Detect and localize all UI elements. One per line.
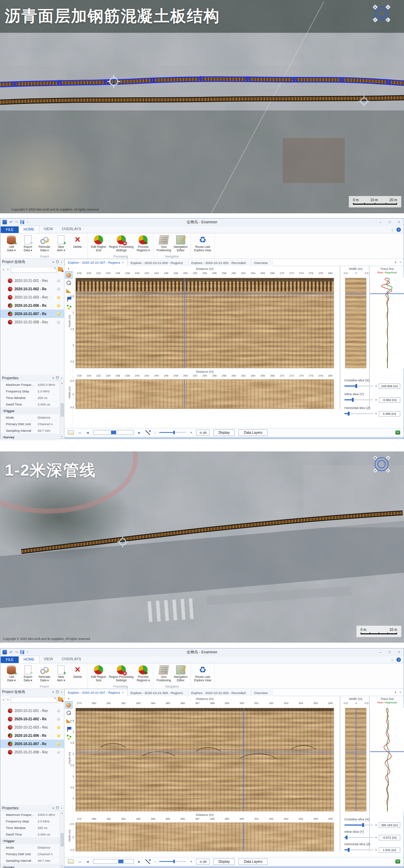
slice-value[interactable]: 390.193 (m) [379,822,400,828]
property-row[interactable]: Maximum Freque...1000.0 MHz [0,811,60,818]
project-search-input[interactable] [11,267,57,273]
strip-collapse-icon[interactable]: ▲ [64,266,73,271]
swap-view-icon[interactable]: ⇔ [78,430,82,435]
radargram-bscan[interactable] [75,278,334,368]
save-icon[interactable] [20,650,24,654]
visibility-bulb-icon[interactable] [57,279,60,282]
ribbon-button[interactable]: ProcessRegions ▾ [135,234,151,253]
slice-slider[interactable] [344,837,373,838]
slice-value[interactable]: -0.572 (m) [379,835,400,840]
properties-scrollbar[interactable]: ▲ ▼ [60,381,64,439]
measure-tool-icon[interactable] [65,287,72,294]
pan-right-icon[interactable]: ► [138,859,141,864]
document-tab[interactable]: Overview [251,260,273,266]
visibility-bulb-icon[interactable] [57,734,60,737]
property-row[interactable]: Trigger [0,408,60,414]
tab-file[interactable]: FILE [1,226,19,233]
pin-icon[interactable] [56,807,59,809]
ribbon-button[interactable]: GeoPositioning [155,234,172,253]
visibility-bulb-icon[interactable] [57,742,60,745]
slice-slider[interactable] [344,399,373,400]
slider-thumb[interactable] [355,384,357,388]
expand-all-icon[interactable]: ▼ [6,699,10,701]
tab-close-icon[interactable]: × [122,691,124,694]
slider-thumb[interactable] [362,823,364,827]
qat-dropdown-icon[interactable]: ▾ [27,650,28,654]
visibility-bulb-icon[interactable] [57,321,60,324]
document-tab[interactable]: Explore - 2020-10-21-002 - Recorded [188,690,251,696]
display-button[interactable]: Display [213,858,235,865]
ribbon-button[interactable]: NavigationEditor [172,664,189,683]
minimize-button[interactable]: – [376,648,385,656]
ribbon-button[interactable]: Delete [69,664,86,683]
visibility-bulb-icon[interactable] [57,718,60,721]
document-tab[interactable]: Explore - 2020-10-21-006 - Region1 [128,260,188,266]
gain-value[interactable]: -9 dB [196,430,210,436]
property-row[interactable]: Survey [0,434,60,440]
ribbon-button[interactable]: ProcessRegions ▾ [135,664,151,683]
tab-file[interactable]: FILE [1,656,19,663]
project-item[interactable]: 2020-10-21-007 - Rx [0,310,64,318]
collapse-all-icon[interactable]: ▲ [2,269,5,271]
undo-icon[interactable]: ↶ [9,650,12,654]
project-item[interactable]: 2020-10-21-003 - Rec [0,293,64,301]
properties-scrollbar[interactable]: ▲ ▼ [60,811,64,868]
property-row[interactable]: Time Window250 ns [0,825,60,831]
ribbon-button[interactable]: AddData ▾ [3,664,20,683]
scroll-down-icon[interactable]: ▼ [61,436,63,438]
property-row[interactable]: Maximum Freque...1000.0 MHz [0,381,60,388]
ribbon-button[interactable]: AddData ▾ [3,234,20,253]
gain-slider-thumb[interactable] [173,431,175,434]
close-button[interactable]: × [394,648,404,656]
ribbon-button[interactable]: ExportData ▾ [20,664,36,683]
ribbon-button[interactable]: Region ProcessingSettings [108,234,135,253]
sphere-tool-icon[interactable] [65,271,72,279]
ribbon-button[interactable]: Delete [69,234,86,253]
panel-close-icon[interactable]: × [61,691,62,694]
trace-line-panel[interactable] [370,278,404,368]
project-item[interactable]: 2020-10-21-002 - Rx [0,715,64,723]
qat-dropdown-icon[interactable]: ▾ [27,220,28,224]
clear-search-icon[interactable]: × [54,266,56,270]
property-row[interactable]: Time Window250 ns [0,394,60,401]
property-row[interactable]: ModeDistance [0,414,60,421]
tab-list-icon[interactable]: ▾ [395,261,396,264]
slider-thumb[interactable] [348,848,350,852]
sphere-tool-icon[interactable] [65,701,72,709]
maximize-button[interactable]: □ [385,218,394,226]
visibility-bulb-icon[interactable] [57,751,60,754]
property-row[interactable]: ModeDistance [0,844,60,851]
slice-value[interactable]: -0.082 (m) [379,397,400,403]
pan-right-icon[interactable]: ► [138,430,141,435]
property-row[interactable]: Trigger [0,838,60,844]
tab-close-all-icon[interactable]: × [400,691,401,694]
crossline-slice-strip[interactable] [345,708,366,811]
project-item[interactable]: 2020-10-21-002 - Rx [0,285,64,293]
display-button[interactable]: Display [213,429,235,436]
clear-search-icon[interactable]: × [54,696,56,700]
pin-icon[interactable] [56,377,59,379]
expand-all-icon[interactable]: ▼ [6,269,10,271]
visibility-bulb-icon[interactable] [57,287,60,291]
ribbon-tab[interactable]: VIEW [39,226,58,233]
pin-icon[interactable] [56,691,59,693]
property-row[interactable]: Primary DMI UnitChannel A [0,421,60,427]
pan-left-icon[interactable]: ◄ [86,430,89,435]
scroll-up-icon[interactable]: ▲ [61,812,63,814]
visibility-bulb-icon[interactable] [57,709,60,712]
panel-close-icon[interactable]: × [61,807,62,810]
document-tab[interactable]: Overview [251,690,273,696]
gain-slider[interactable] [159,861,186,862]
panel-menu-icon[interactable]: ▾ [52,691,54,694]
gain-slider[interactable] [159,432,186,433]
crossline-cursor[interactable] [243,708,244,811]
radargram-bscan[interactable] [75,708,334,811]
apply-icon[interactable]: » [395,430,400,435]
project-item[interactable]: 2020-10-21-001 - Rec [0,706,64,715]
project-item[interactable]: 2020-10-21-006 - Rx [0,301,64,310]
help-icon[interactable]: ? [396,657,401,662]
reuse-last-explore-view-button[interactable]: Reuse LastExplore View [193,234,212,253]
slider-thumb[interactable] [346,836,347,839]
palette-icon[interactable] [68,859,74,864]
document-tab[interactable]: Explore - 2020-10-21-007 - Region1× [64,689,128,696]
